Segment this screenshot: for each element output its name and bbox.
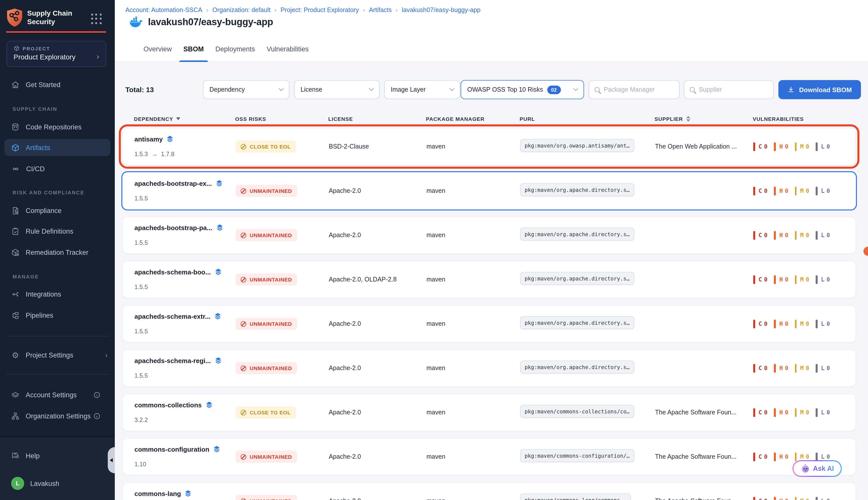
sidebar-item-get-started[interactable]: Get Started <box>4 76 110 93</box>
sidebar-item-label: Compliance <box>26 207 62 214</box>
low-count: L0 <box>815 319 830 328</box>
table-row[interactable]: apacheds-schema-boo... 1.5.5 → UNMAINTAI… <box>122 261 856 298</box>
purl-pill[interactable]: pkg:maven/org.apache.directory.s… <box>520 316 634 329</box>
purl-pill[interactable]: pkg:maven/commons-configuration/… <box>520 449 634 462</box>
license-value: Apache-2.0 <box>329 231 426 239</box>
dependency-filter-dropdown[interactable]: Dependency <box>203 80 289 99</box>
high-count: H0 <box>774 186 788 195</box>
tab-deployments[interactable]: Deployments <box>216 44 255 62</box>
oss-risk-badge: UNMAINTAINED <box>236 273 297 285</box>
layers-gear-icon <box>11 390 20 399</box>
image-layer-filter-dropdown[interactable]: Image Layer <box>384 80 460 99</box>
dependency-name: commons-configuration <box>135 445 209 453</box>
table-body: antisamy 1.5.3 → 1.7.8 CLOSE TO EOL BSD-… <box>122 128 856 500</box>
help-chat-icon <box>11 452 20 460</box>
sidebar-item-rule-definitions[interactable]: Rule Definitions <box>4 223 110 240</box>
project-selector[interactable]: PROJECT Product Exploratory › <box>7 41 106 67</box>
sidebar-item-cicd[interactable]: CI/CD <box>4 160 110 177</box>
app-switcher-icon[interactable] <box>91 14 102 25</box>
purl-pill[interactable]: pkg:maven/org.apache.directory.s… <box>520 183 634 196</box>
table-header: DEPENDENCY OSS RISKS LICENSE PACKAGE MAN… <box>134 116 846 122</box>
dependency-version: 1.5.5 → <box>135 372 236 379</box>
ask-ai-button[interactable]: Ask AI <box>792 460 842 477</box>
critical-count: C0 <box>753 142 767 151</box>
purl-pill[interactable]: pkg:maven/org.apache.directory.s… <box>520 272 634 285</box>
dependency-version: 3.2.2 → <box>135 417 236 423</box>
column-header-supplier[interactable]: SUPPLIER <box>654 116 753 122</box>
table-row[interactable]: apacheds-bootstrap-pa... 1.5.5 → UNMAINT… <box>122 216 856 254</box>
low-count: L0 <box>815 142 830 151</box>
package-manager-value: maven <box>426 498 520 500</box>
sidebar-item-artifacts[interactable]: Artifacts <box>4 139 110 156</box>
floating-widget-handle[interactable] <box>864 247 868 256</box>
sidebar-item-integrations[interactable]: Integrations <box>4 285 110 303</box>
breadcrumb-organization[interactable]: Organization: default <box>213 7 271 14</box>
table-row[interactable]: commons-collections 3.2.2 → CLOSE TO EOL… <box>122 394 856 431</box>
breadcrumb-account[interactable]: Account: Automation-SSCA <box>125 7 202 14</box>
sort-icon[interactable] <box>686 116 690 122</box>
dependency-version: 1.5.5 → <box>135 239 236 246</box>
sidebar-item-organization-settings[interactable]: Organization Settings <box>4 407 110 424</box>
column-header-dependency[interactable]: DEPENDENCY <box>134 116 235 122</box>
breadcrumb-artifacts[interactable]: Artifacts <box>369 7 392 14</box>
search-icon <box>690 87 695 92</box>
banned-circle-icon <box>241 454 246 459</box>
medium-count: M0 <box>795 408 809 417</box>
purl-pill[interactable]: pkg:maven/commons-lang/commons-… <box>520 493 631 500</box>
purl-pill[interactable]: pkg:maven/org.apache.directory.s… <box>520 228 634 241</box>
user-name: Lavakush <box>30 480 59 487</box>
page-header: Account: Automation-SSCA › Organization:… <box>115 0 868 62</box>
banned-circle-icon <box>241 365 246 371</box>
purl-pill[interactable]: pkg:maven/org.owasp.antisamy/ant… <box>520 139 634 152</box>
tab-overview[interactable]: Overview <box>144 44 172 62</box>
supplier-value: The Apache Software Foun... <box>655 498 747 500</box>
project-name: Product Exploratory <box>14 53 101 61</box>
infinity-icon <box>11 164 20 173</box>
tab-sbom[interactable]: SBOM <box>183 44 204 62</box>
sidebar-item-account-settings[interactable]: Account Settings <box>4 386 110 403</box>
supplier-search-input[interactable] <box>699 86 768 93</box>
sidebar-item-project-settings[interactable]: ⚙ Project Settings › <box>4 346 110 364</box>
purl-pill[interactable]: pkg:maven/commons-collections/co… <box>520 405 634 418</box>
sidebar-collapse-handle[interactable] <box>108 447 115 473</box>
vulnerability-counts: C0 H0 M0 L0 <box>753 452 845 461</box>
sort-desc-icon[interactable] <box>176 117 180 120</box>
info-icon[interactable] <box>93 412 101 420</box>
oss-risk-badge: UNMAINTAINED <box>236 229 297 241</box>
license-filter-dropdown[interactable]: License <box>294 80 380 99</box>
owasp-risks-filter-dropdown[interactable]: OWASP OSS Top 10 Risks 02 <box>461 80 584 99</box>
download-sbom-button[interactable]: Download SBOM <box>778 80 861 99</box>
license-value: Apache-2.0 <box>329 365 426 372</box>
sidebar-item-compliance[interactable]: Compliance <box>4 202 110 219</box>
table-row[interactable]: antisamy 1.5.3 → 1.7.8 CLOSE TO EOL BSD-… <box>122 128 856 165</box>
sidebar-item-help[interactable]: Help <box>4 447 110 464</box>
user-menu[interactable]: L Lavakush <box>4 474 110 492</box>
info-icon[interactable] <box>93 391 101 399</box>
dependency-name: apacheds-schema-regi... <box>135 357 211 364</box>
filter-count-badge: 02 <box>547 86 561 94</box>
page-title: lavakush07/easy-buggy-app <box>148 16 273 28</box>
table-row[interactable]: apacheds-bootstrap-ex... 1.5.5 → UNMAINT… <box>122 172 856 209</box>
medium-count: M0 <box>795 142 809 151</box>
table-row[interactable]: commons-configuration 1.10 → UNMAINTAINE… <box>122 438 856 475</box>
purl-pill[interactable]: pkg:maven/org.apache.directory.s… <box>520 361 634 374</box>
layers-icon <box>216 179 223 187</box>
table-row[interactable]: apacheds-schema-regi... 1.5.5 → UNMAINTA… <box>122 350 856 387</box>
breadcrumb-project[interactable]: Project: Product Exploratory <box>281 7 359 14</box>
medium-count: M0 <box>795 497 809 500</box>
chevron-down-icon <box>449 86 454 91</box>
table-row[interactable]: commons-lang → UNMAINTAINED Apache-2.0 m… <box>122 482 856 500</box>
breadcrumb-artifact-name[interactable]: lavakush07/easy-buggy-app <box>402 7 481 14</box>
sidebar-item-code-repositories[interactable]: Code Repositories <box>4 118 110 135</box>
sidebar-item-label: CI/CD <box>26 165 45 172</box>
package-manager-search-input[interactable] <box>604 86 674 93</box>
table-row[interactable]: apacheds-schema-extr... 1.5.5 → UNMAINTA… <box>122 305 856 342</box>
shield-logo-icon <box>6 8 23 27</box>
tab-vulnerabilities[interactable]: Vulnerabilities <box>266 44 309 62</box>
sidebar-item-pipelines[interactable]: Pipelines <box>4 307 110 324</box>
dropdown-value: OWASP OSS Top 10 Risks <box>467 86 543 93</box>
package-manager-value: maven <box>426 187 520 194</box>
sidebar-item-remediation-tracker[interactable]: Remediation Tracker <box>4 244 110 261</box>
dependency-version: 1.5.5 → <box>135 284 236 291</box>
vulnerability-counts: C0 H0 M0 L0 <box>753 364 845 372</box>
